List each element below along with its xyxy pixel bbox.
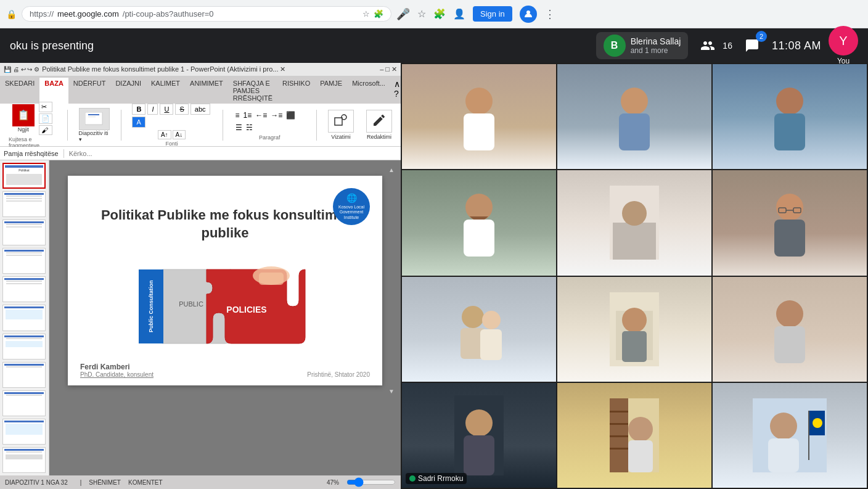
italic-btn[interactable]: I [147,104,158,115]
fontcolor-btn[interactable]: A [132,117,145,128]
ribbon-font-group: B I U S abc A A↑ A↓ Fonti [128,104,215,147]
tab-shfaqja[interactable]: SHFAQJA E PAMJES RRËSHQITË [228,78,277,104]
svg-text:POLICIES: POLICIES [226,305,266,314]
slide-footer-date: Prishtinë, Shtator 2020 [307,371,370,378]
underline-btn[interactable]: U [160,104,173,115]
align-left-btn[interactable]: ⬛ [285,110,297,121]
align-right-btn[interactable]: ☵ [245,122,254,133]
people-button[interactable]: 16 [695,33,732,58]
editing-btn[interactable] [366,110,392,133]
slide-11-inner [3,448,45,472]
participants-grid: Sadri Rrmoku [401,63,868,489]
ppt-ribbon-tabs: SKEDARI BAZA NDËRFUT DIZAJNI KALIMET ANI… [0,76,401,104]
browser-url-bar[interactable]: https:// meet.google.com /pti-coup-abs?a… [22,6,391,22]
tab-rishiko[interactable]: RISHIKO [277,78,315,104]
ribbon-drawing-group: Vizatimi [324,110,358,140]
tab-microsoft[interactable]: Microsoft... [347,78,390,104]
tab-dizajni[interactable]: DIZAJNI [110,78,146,104]
participant-cell-11 [557,383,711,488]
slide-logo: 🌐 Kosovo Local Government Institute [333,188,370,225]
user-avatar[interactable]: Y [829,26,858,55]
url-path: /pti-coup-abs?authuser=0 [123,9,214,18]
main-content: 💾 🖨 ↩ ↪ ⚙ Politikat Publike me fokus kon… [0,63,868,489]
ppt-body: 1 Politikat 2 [0,160,401,475]
url-domain: meet.google.com [57,9,119,18]
font-decrease-btn[interactable]: A↓ [173,130,186,139]
decrease-indent-btn[interactable]: ←≡ [254,110,268,121]
font-increase-btn[interactable]: A↑ [158,130,171,139]
slide-nav-arrows: ▲ [55,166,395,173]
meeting-time: 11:08 AM [772,39,821,52]
tab-kalimet[interactable]: KALIMET [146,78,185,104]
svg-rect-48 [808,411,809,460]
zoom-slider[interactable] [346,477,396,487]
comments-status: KOMENTET [128,479,163,486]
slide-thumb-5[interactable]: 5 [2,276,46,302]
svg-point-12 [621,88,648,115]
slide-thumb-3[interactable]: 3 [2,220,46,245]
browser-avatar-icon[interactable] [520,6,537,23]
svg-point-28 [482,311,501,329]
format-painter-btn[interactable]: 🖌 [39,125,52,135]
svg-point-45 [628,417,653,442]
paragraph-section-label: Paragraf [259,134,280,141]
bold-btn[interactable]: B [132,104,145,115]
tab-pamje[interactable]: PAMJE [315,78,347,104]
strikethrough-btn[interactable]: S [175,104,188,115]
slide-thumb-11[interactable]: 11 [2,447,46,473]
participant-cell-1 [402,64,556,169]
people-icon [695,33,720,58]
paste-button[interactable]: 📋 [12,104,35,126]
ribbon-slides-group: Diapozitiv iti ▾ [75,108,113,142]
slide-thumb-10[interactable]: 10 [2,419,46,445]
tab-nderfut[interactable]: NDËRFUT [68,78,111,104]
fontsize-btn[interactable]: abc [190,104,210,115]
sep-1 [67,110,68,141]
new-slide-btn[interactable]: Diapozitiv iti ▾ [79,108,110,142]
list-ol-btn[interactable]: 1≡ [242,110,253,121]
slide-thumb-7[interactable]: 7 [2,334,46,360]
svg-point-5 [342,115,346,120]
search-input[interactable] [69,150,397,157]
user-container: Y You [829,26,858,65]
list-ul-btn[interactable]: ≡ [234,110,241,121]
svg-point-51 [770,413,797,440]
font-section-label: Fonti [166,141,178,147]
slide-thumb-1[interactable]: 1 Politikat [2,163,46,189]
participant-10-mic-icon [409,475,416,482]
cut-btn[interactable]: ✂ [39,102,52,112]
svg-rect-9 [259,273,284,285]
ribbon-clipboard-group: 📋 Ngjit ✂ 📄 🖌 Kujtesa e fragmenteve [5,102,60,149]
slide-thumb-8[interactable]: 8 [2,362,46,388]
slide-thumb-4[interactable]: 4 [2,248,46,274]
tab-baza[interactable]: BAZA [39,78,68,104]
presenter-info: B Blerina Sallaj and 1 more [596,32,689,59]
panel-label: Pamja rrëshqitëse [4,150,59,157]
browser-more-icon[interactable]: ⋮ [544,7,555,21]
copy-btn[interactable]: 📄 [39,113,52,124]
browser-profile-icon: 👤 [453,8,465,20]
ppt-window-title: Politikat Publike me fokus konsultimet p… [42,65,380,73]
sep-2 [121,110,121,141]
slide-thumb-2[interactable]: 2 [2,191,46,217]
svg-point-14 [776,88,803,115]
svg-rect-33 [622,331,647,362]
slide-6-inner [3,305,45,330]
url-star-icon[interactable]: ☆ [362,9,370,18]
presenting-text: oku is presenting [10,39,94,52]
url-extensions-icon[interactable]: 🧩 [374,9,383,18]
status-section-icon: | [80,479,82,486]
vizatimi-label: Vizatimi [331,134,350,140]
slide-thumb-9[interactable]: 9 [2,390,46,416]
align-center-btn[interactable]: ☰ [234,122,244,133]
slide-5-inner [3,277,45,302]
shapes-btn[interactable] [328,110,354,133]
chat-button[interactable]: 2 [740,33,764,58]
increase-indent-btn[interactable]: →≡ [269,110,284,121]
tab-skedari[interactable]: SKEDARI [0,78,39,104]
meet-header-right: B Blerina Sallaj and 1 more 16 2 11:08 A… [596,26,858,65]
sign-in-button[interactable]: Sign in [473,6,512,22]
slide-count-status: DIAPOZITIV 1 NGA 32 [5,479,68,486]
tab-animimet[interactable]: ANIMIMET [185,78,228,104]
slide-thumb-6[interactable]: 6 [2,305,46,331]
